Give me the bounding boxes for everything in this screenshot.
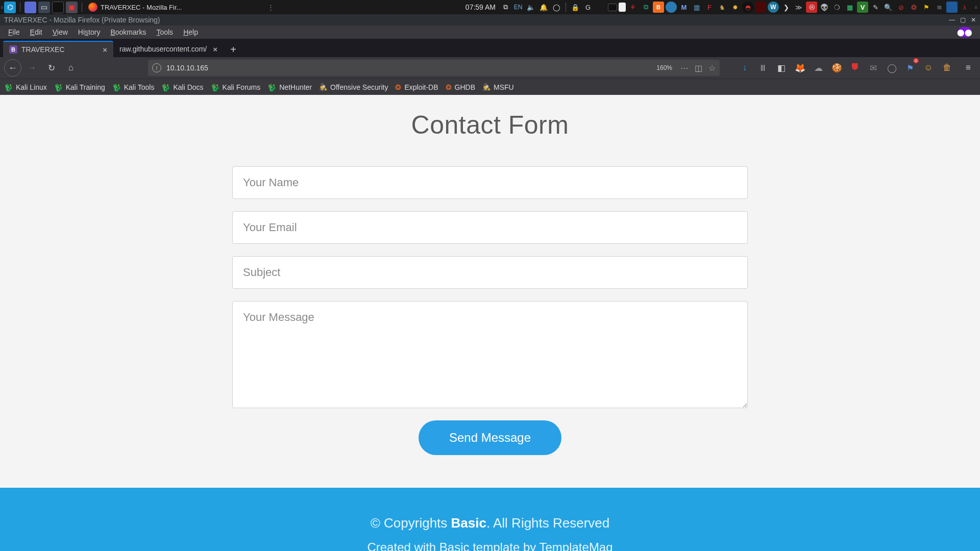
bookmark-nethunter[interactable]: 🐉NetHunter [267,83,312,91]
panel-clock[interactable]: 07:59 AM [461,3,500,11]
page-actions-icon[interactable]: ⋯ [680,63,689,73]
grid-icon[interactable]: ▦ [844,2,855,13]
bolt-icon[interactable]: ≫ [793,2,804,13]
new-tab-button[interactable]: + [226,42,241,57]
bookmark-exploitdb[interactable]: ❂Exploit-DB [395,83,438,91]
burp-icon[interactable]: B [653,2,664,13]
bookmark-kali-training[interactable]: 🐉Kali Training [54,83,105,91]
term-tray-icon[interactable] [608,4,617,11]
send-button[interactable]: Send Message [419,420,561,455]
menu-file[interactable]: File [3,27,25,38]
panel-overflow-icon[interactable]: ⋮ [267,4,274,11]
ext-cloud-icon[interactable]: ☁ [811,59,826,77]
menu-help[interactable]: Help [178,27,203,38]
app-menu-icon[interactable]: ≡ [961,59,976,77]
ext-trash-icon[interactable]: 🗑 [939,59,954,77]
minimize-button[interactable]: — [949,16,955,23]
show-desktop-icon[interactable] [24,2,36,13]
email-input[interactable] [232,211,748,244]
ext-smile-icon[interactable]: ☺ [921,59,936,77]
search-icon[interactable]: 🔍 [883,2,894,13]
forward-button[interactable]: → [23,59,41,77]
bookmark-star-icon[interactable]: ☆ [708,63,716,73]
tab-close-icon[interactable]: × [103,45,107,54]
bookmark-offsec[interactable]: 🕵Offensive Security [319,83,388,91]
volume-icon[interactable]: 🔈 [525,2,536,13]
sidebar-icon[interactable]: ◧ [774,59,789,77]
bookmark-kali-docs[interactable]: 🐉Kali Docs [161,83,203,91]
zoom-indicator[interactable]: 160% [653,63,675,72]
menu-history[interactable]: History [73,27,106,38]
orb-icon[interactable]: ◓ [742,2,753,13]
shield2-icon[interactable] [946,2,958,13]
menu-tools[interactable]: Tools [151,27,178,38]
back-button[interactable]: ← [4,59,21,77]
terminal-icon[interactable] [52,2,64,13]
kali-menu-icon[interactable]: ⌬ [4,2,16,13]
downloads-icon[interactable]: ↓ [737,59,752,77]
pencil-icon[interactable]: ✎ [870,2,881,13]
ext-cookie-icon[interactable]: 🍪 [829,59,844,77]
page-viewport[interactable]: Contact Form Send Message © Copyrights B… [0,95,980,551]
lock-icon[interactable]: 🔒 [570,2,581,13]
ext-user-icon[interactable]: ◯ [884,59,899,77]
firefox-tray-icon[interactable] [595,2,606,13]
m-icon[interactable]: M [678,2,690,13]
reload-button[interactable]: ↻ [43,59,60,77]
no-icon[interactable]: ⊘ [895,2,906,13]
site-info-icon[interactable]: i [152,63,161,72]
menu-view[interactable]: View [47,27,73,38]
close-button[interactable]: ✕ [971,16,976,23]
tower-icon[interactable]: ♞ [717,2,728,13]
menu-edit[interactable]: Edit [25,27,47,38]
url-bar[interactable]: i 10.10.10.165 160% ⋯ ◫ ☆ [148,60,720,76]
bookmark-kali-forums[interactable]: 🐉Kali Forums [211,83,261,91]
reader-icon[interactable]: ◫ [695,63,702,73]
taskbar-firefox[interactable]: TRAVERXEC - Mozilla Fir... [84,0,186,14]
subject-input[interactable] [232,256,748,289]
home-button[interactable]: ⌂ [62,59,80,77]
library-icon[interactable]: ⫼ [755,59,771,77]
ext-foxyproxy-icon[interactable]: 🦊 [792,59,807,77]
red-f-icon[interactable]: F [704,2,715,13]
menu-bookmarks[interactable]: Bookmarks [105,27,151,38]
circle-icon[interactable]: ◯ [551,2,562,13]
message-textarea[interactable] [232,301,748,408]
maximize-button[interactable]: ▢ [960,16,966,23]
lines-icon[interactable]: ≋ [934,2,945,13]
note-icon[interactable] [619,3,626,12]
red-sq-icon[interactable] [755,2,766,13]
flag-icon[interactable]: ⚑ [921,2,932,13]
wordpress-icon[interactable]: W [768,2,779,13]
kazam-icon[interactable]: ▣ [66,2,78,13]
bird-icon[interactable]: ❯ [780,2,792,13]
bookmark-ghdb[interactable]: ❂GHDB [446,83,475,91]
wave-icon[interactable] [666,2,677,13]
bookmark-msfu[interactable]: 🕵MSFU [482,83,514,91]
ext-ublock-icon[interactable]: ⛊ [847,59,863,77]
cherry-icon[interactable]: ⚘ [627,2,639,13]
alien-icon[interactable]: 👽 [819,2,830,13]
window-titlebar[interactable]: TRAVERXEC - Mozilla Firefox (Private Bro… [0,14,980,26]
notification-bell-icon[interactable]: 🔔 [538,2,549,13]
files-icon[interactable]: ▭ [38,2,50,13]
chart-icon[interactable]: ▥ [691,2,702,13]
loops-icon[interactable]: ⧉ [640,2,651,13]
tab-close-icon[interactable]: × [213,45,217,54]
wing-icon[interactable]: ❂ [908,2,919,13]
tab-traverxec[interactable]: B TRAVERXEC × [3,41,113,57]
name-input[interactable] [232,166,748,199]
keyboard-lang[interactable]: EN [512,2,524,13]
google-icon[interactable]: G [582,2,594,13]
lambda-icon[interactable]: λ [959,2,970,13]
hk-icon[interactable]: Ⓗ [806,2,817,13]
ext-flag-icon[interactable]: ⚑ 0 [902,59,918,77]
ghost-icon[interactable]: ❍ [831,2,843,13]
star-icon[interactable]: ✸ [729,2,741,13]
bookmark-kali-tools[interactable]: 🐉Kali Tools [112,83,155,91]
display-icon[interactable]: ⧉ [500,2,511,13]
ext-mail-icon[interactable]: ✉ [866,59,881,77]
tab-raw-github[interactable]: raw.githubusercontent.com/ × [113,41,224,57]
bookmark-kali-linux[interactable]: 🐉Kali Linux [4,83,47,91]
v-icon[interactable]: V [857,2,868,13]
